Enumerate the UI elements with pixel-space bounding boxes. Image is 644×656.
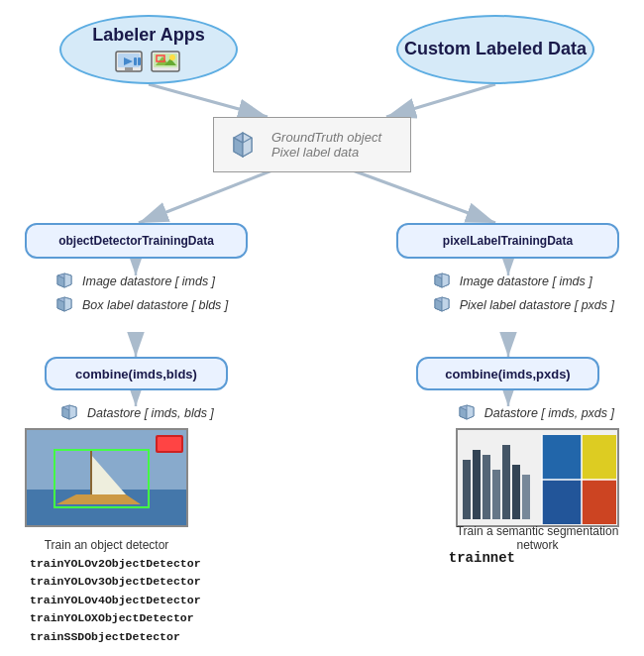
pixel-label-training-rect: pixelLabelTrainingData (396, 223, 619, 259)
labeler-icon-2 (151, 49, 182, 74)
groundtruth-text: GroundTruth object Pixel label data (271, 130, 381, 160)
svg-rect-20 (138, 57, 141, 65)
svg-rect-64 (492, 470, 500, 519)
right-bottom-datastores: Datastore [ imds, pxds ] (457, 404, 614, 422)
svg-marker-47 (69, 405, 76, 419)
left-image-placeholder (27, 430, 186, 525)
svg-rect-59 (158, 437, 181, 451)
svg-rect-72 (582, 480, 616, 524)
code-line-2: trainYOLOv3ObjectDetector (30, 573, 201, 591)
svg-rect-65 (502, 445, 510, 519)
svg-line-5 (342, 166, 495, 223)
right-bottom-datastore-item: Datastore [ imds, pxds ] (457, 404, 614, 422)
object-detector-training-rect: objectDetectorTrainingData (25, 223, 248, 259)
combine-pixel-label: combine(imds,pxds) (445, 367, 570, 382)
right-image-box (456, 428, 619, 527)
svg-line-4 (139, 166, 282, 223)
groundtruth-line1: GroundTruth object (271, 130, 381, 145)
code-line-3: trainYOLOv4ObjectDetector (30, 592, 201, 609)
right-code-block: trainnet (449, 547, 515, 569)
combine-object-rect: combine(imds,blds) (45, 357, 228, 390)
code-line-5: trainSSDObjectDetector (30, 628, 201, 646)
datastore-icon-3 (432, 273, 454, 290)
svg-line-2 (149, 84, 268, 117)
datastore-icon-6 (457, 404, 479, 422)
labeler-apps-ellipse: Labeler Apps (59, 15, 238, 84)
svg-rect-61 (463, 460, 471, 519)
svg-rect-71 (542, 480, 582, 524)
right-code-line-1: trainnet (449, 547, 515, 569)
right-datastore-item-1: Image datastore [ imds ] (432, 273, 614, 290)
right-datastore-item-2: Pixel label datastore [ pxds ] (432, 296, 614, 314)
svg-rect-16 (125, 67, 133, 70)
svg-rect-69 (542, 435, 582, 480)
svg-line-3 (386, 84, 495, 117)
svg-point-25 (169, 55, 175, 60)
code-line-1: trainYOLOv2ObjectDetector (30, 555, 201, 573)
labeler-icons (115, 49, 182, 74)
svg-rect-62 (473, 450, 481, 519)
datastore-icon-2 (54, 296, 76, 314)
left-caption: Train an object detector (25, 538, 188, 552)
combine-pixel-rect: combine(imds,pxds) (416, 357, 599, 390)
diagram-container: Labeler Apps (0, 0, 644, 656)
svg-rect-63 (483, 455, 490, 519)
sailboat-image (27, 430, 186, 525)
labeler-apps-label: Labeler Apps (92, 25, 204, 47)
svg-marker-35 (64, 273, 71, 287)
svg-rect-19 (134, 57, 137, 65)
object-detector-training-label: objectDetectorTrainingData (58, 234, 214, 248)
datastore-icon-1 (54, 273, 76, 290)
cube-icon (224, 126, 262, 164)
svg-marker-50 (467, 405, 474, 419)
combine-object-label: combine(imds,blds) (75, 367, 197, 382)
svg-marker-41 (442, 273, 449, 287)
left-bottom-datastore-item: Datastore [ imds, blds ] (59, 404, 214, 422)
svg-rect-66 (512, 465, 520, 519)
datastore-icon-5 (59, 404, 81, 422)
left-image-box (25, 428, 188, 527)
left-bottom-datastores: Datastore [ imds, blds ] (59, 404, 214, 422)
right-image-placeholder (458, 430, 617, 525)
groundtruth-line2: Pixel label data (271, 145, 381, 160)
labeler-icon-1 (115, 49, 147, 74)
custom-labeled-label: Custom Labeled Data (404, 39, 587, 60)
left-code-block: trainYOLOv2ObjectDetector trainYOLOv3Obj… (30, 555, 201, 646)
svg-marker-38 (64, 297, 71, 311)
custom-labeled-ellipse: Custom Labeled Data (396, 15, 594, 84)
code-line-4: trainYOLOXObjectDetector (30, 609, 201, 627)
svg-marker-29 (243, 133, 252, 157)
pixel-label-training-label: pixelLabelTrainingData (443, 234, 573, 248)
right-top-datastores: Image datastore [ imds ] Pixel label dat… (432, 273, 614, 314)
segmentation-image (458, 430, 617, 525)
datastore-icon-4 (432, 296, 454, 314)
left-datastore-item-1: Image datastore [ imds ] (54, 273, 228, 290)
svg-rect-67 (522, 475, 530, 519)
svg-marker-44 (442, 297, 449, 311)
left-datastore-item-2: Box label datastore [ blds ] (54, 296, 228, 314)
svg-rect-17 (122, 70, 136, 72)
svg-rect-70 (582, 435, 616, 480)
groundtruth-box: GroundTruth object Pixel label data (213, 117, 411, 172)
left-top-datastores: Image datastore [ imds ] Box label datas… (54, 273, 228, 314)
